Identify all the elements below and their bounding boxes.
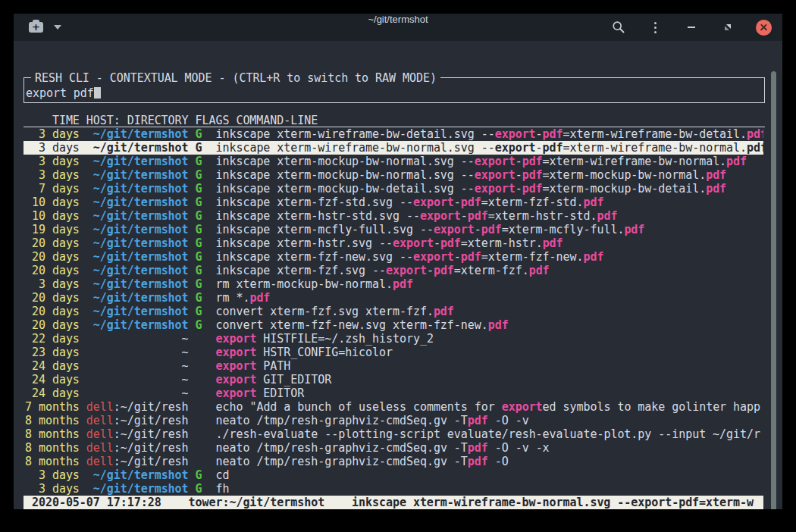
column-headers: TIME HOST: DIRECTORY FLAGS COMMAND-LINE (24, 114, 765, 127)
restore-button[interactable] (719, 19, 736, 36)
menu-button[interactable] (647, 19, 663, 36)
history-row[interactable]: 20 days ~/git/termshot G convert xterm-f… (24, 318, 763, 332)
history-row[interactable]: 22 days ~ export HISTFILE=~/.zsh_history… (24, 332, 763, 346)
close-button[interactable] (756, 20, 772, 36)
minimize-button[interactable] (683, 19, 700, 36)
history-row[interactable]: 20 days ~/git/termshot G inkscape xterm-… (24, 236, 763, 250)
history-row-selected[interactable]: 3 days ~/git/termshot G inkscape xterm-w… (24, 141, 763, 155)
search-query: export pdf (26, 86, 94, 100)
history-row[interactable]: 20 days ~/git/termshot G inkscape xterm-… (24, 264, 763, 277)
history-row[interactable]: 8 months dell:~/git/resh neato /tmp/resh… (24, 441, 763, 455)
text-cursor (94, 87, 101, 99)
window-titlebar: ~/git/termshot (14, 14, 782, 41)
history-row[interactable]: 20 days ~/git/termshot G convert xterm-f… (24, 305, 763, 318)
history-row[interactable]: 7 days ~/git/termshot G inkscape xterm-m… (24, 182, 763, 196)
restore-icon (723, 23, 732, 32)
history-row[interactable]: 3 days ~/git/termshot G inkscape xterm-m… (24, 155, 763, 168)
panel-title: RESH CLI - CONTEXTUAL MODE - (CTRL+R to … (31, 71, 440, 85)
kebab-menu-icon (654, 22, 657, 33)
history-list: 3 days ~/git/termshot G inkscape xterm-w… (24, 127, 765, 496)
terminal-screen: RESH CLI - CONTEXTUAL MODE - (CTRL+R to … (14, 41, 782, 509)
history-row[interactable]: 8 months dell:~/git/resh ./resh-evaluate… (24, 427, 763, 441)
history-row[interactable]: 24 days ~ export GIT_EDITOR (24, 373, 763, 386)
status-bar: 2020-05-07 17:17:28 tower:~/git/termshot… (24, 496, 763, 509)
history-row[interactable]: 3 days ~/git/termshot G fh (24, 482, 763, 496)
history-row[interactable]: 3 days ~/git/termshot G inkscape xterm-m… (24, 168, 763, 182)
history-row[interactable]: 10 days ~/git/termshot G inkscape xterm-… (24, 196, 763, 209)
terminal-window: ~/git/termshot (14, 14, 782, 509)
history-row[interactable]: 23 days ~ export HSTR_CONFIG=hicolor (24, 346, 763, 359)
history-row[interactable]: 3 days ~/git/termshot G rm xterm-mockup-… (24, 277, 763, 291)
search-icon (612, 20, 625, 34)
status-line-1: 2020-05-07 17:17:28 tower:~/git/termshot… (25, 496, 763, 509)
history-row[interactable]: 8 months dell:~/git/resh neato /tmp/resh… (24, 414, 763, 427)
history-row[interactable]: 3 days ~/git/termshot G cd (24, 468, 763, 482)
history-row[interactable]: 24 days ~ export PATH (24, 359, 763, 373)
history-row[interactable]: 8 months dell:~/git/resh neato /tmp/resh… (24, 455, 763, 468)
history-row[interactable]: 19 days ~/git/termshot G inkscape xterm-… (24, 223, 763, 236)
search-input[interactable]: export pdf (26, 86, 101, 100)
history-row[interactable]: 20 days ~/git/termshot G inkscape xterm-… (24, 250, 763, 264)
minimize-icon (688, 27, 695, 28)
scrollbar[interactable] (771, 71, 776, 509)
history-row[interactable]: 3 days ~/git/termshot G inkscape xterm-w… (24, 127, 763, 141)
history-row[interactable]: 24 days ~ export EDITOR (24, 386, 763, 400)
history-row[interactable]: 7 months dell:~/git/resh echo "Add a bun… (24, 400, 763, 414)
screen: ~/git/termshot (0, 0, 796, 532)
history-row[interactable]: 20 days ~/git/termshot G rm *.pdf (24, 291, 763, 305)
resh-search-panel: RESH CLI - CONTEXTUAL MODE - (CTRL+R to … (24, 77, 765, 103)
history-row[interactable]: 10 days ~/git/termshot G inkscape xterm-… (24, 209, 763, 223)
search-button[interactable] (610, 19, 627, 36)
